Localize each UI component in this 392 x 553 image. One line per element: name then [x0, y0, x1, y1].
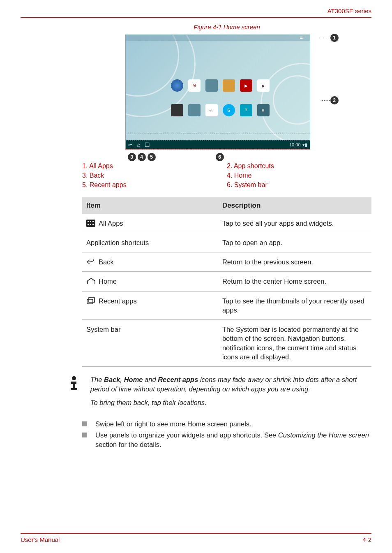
app-shortcut: eb	[205, 104, 218, 116]
legend-item: 4. Home	[227, 171, 371, 180]
clock: 10:00	[289, 142, 301, 147]
svg-rect-12	[71, 388, 77, 390]
svg-rect-1	[88, 221, 89, 222]
table-row: Back Return to the previous screen.	[82, 252, 371, 272]
home-icon	[86, 278, 95, 285]
app-shortcut: ?	[240, 104, 252, 116]
svg-point-9	[72, 376, 76, 380]
callout-6: 6	[216, 153, 224, 161]
recent-icon: ☐	[145, 141, 150, 148]
list-item: Swipe left or right to see more Home scr…	[82, 419, 371, 429]
callout-dash	[126, 134, 310, 134]
svg-rect-2	[90, 221, 91, 222]
app-shortcut: ▶	[240, 79, 252, 92]
footer-page: 4-2	[362, 536, 371, 543]
page-header: AT300SE series	[0, 0, 392, 17]
item-desc: Tap to see the thumbnails of your recent…	[218, 291, 371, 320]
callout-4: 4	[138, 153, 146, 161]
legend-item: 2. App shortcuts	[227, 161, 371, 171]
legend-item: 6. System bar	[227, 180, 371, 190]
table-row: System bar The System bar is located per…	[82, 320, 371, 367]
note-bold: Home	[124, 376, 143, 383]
items-table: Item Description All Apps Tap to see all…	[82, 197, 371, 367]
svg-rect-5	[90, 224, 91, 225]
item-desc: Return to the previous screen.	[218, 252, 371, 272]
item-label: System bar	[82, 320, 218, 367]
info-icon	[66, 375, 84, 393]
note-paragraph: The Back, Home and Recent apps icons may…	[90, 375, 371, 394]
item-label: All Apps	[99, 219, 123, 228]
note-paragraph: To bring them back, tap their locations.	[90, 394, 371, 407]
svg-rect-4	[88, 224, 89, 225]
app-shortcut: ≡	[257, 104, 270, 116]
callout-line	[322, 38, 330, 38]
bullet-list: Swipe left or right to see more Home scr…	[82, 408, 371, 449]
svg-rect-8	[89, 298, 95, 302]
page-content: Figure 4-1 Home screen M ▶ ▶ eb S ?	[0, 18, 392, 449]
callout-line	[322, 100, 330, 101]
page-footer: User's Manual 4-2	[21, 533, 371, 543]
home-screen-figure: M ▶ ▶ eb S ? ≡ ⤺ ⌂ ☐	[125, 35, 329, 150]
legend-col: 2. App shortcuts 4. Home 6. System bar	[227, 161, 371, 190]
figure-legend: 1. All Apps 3. Back 5. Recent apps 2. Ap…	[82, 154, 371, 196]
table-row: All Apps Tap to see all your apps and wi…	[82, 214, 371, 233]
note-text: and	[143, 376, 158, 383]
item-label: Recent apps	[99, 296, 137, 305]
note-bold: Back	[104, 376, 120, 383]
app-shortcut	[171, 79, 183, 92]
bullet-icon	[82, 421, 87, 426]
callout-2: 2	[330, 96, 339, 104]
table-header-row: Item Description	[82, 197, 371, 214]
app-shortcut-row: M ▶ ▶	[171, 79, 270, 92]
footer-rule	[21, 533, 371, 534]
bullet-span: Use panels to organize your widgets and …	[95, 431, 278, 439]
app-shortcut: ▶	[257, 79, 270, 92]
callout-row: 6	[216, 153, 224, 161]
callout-1: 1	[330, 34, 339, 42]
all-apps-icon	[86, 220, 95, 227]
status-area: 10:00 ▾▮	[289, 142, 307, 148]
item-label: Back	[99, 257, 114, 266]
item-desc: Return to the center Home screen.	[218, 272, 371, 291]
app-shortcut-row: eb S ? ≡	[171, 104, 270, 116]
app-shortcut	[171, 104, 183, 116]
home-icon: ⌂	[137, 141, 141, 148]
note-bold: Recent apps	[158, 376, 198, 383]
note-block: The Back, Home and Recent apps icons may…	[82, 367, 371, 407]
item-label: Home	[99, 277, 117, 286]
table-row: Application shortcuts Tap to open an app…	[82, 233, 371, 252]
footer-left: User's Manual	[21, 536, 60, 543]
svg-rect-6	[92, 224, 94, 225]
svg-rect-3	[92, 221, 94, 222]
app-shortcut: M	[188, 79, 201, 92]
col-item: Item	[82, 197, 218, 214]
svg-rect-0	[86, 220, 95, 227]
app-shortcut: S	[223, 104, 235, 116]
all-apps-icon	[300, 37, 307, 41]
back-icon: ⤺	[128, 141, 133, 148]
item-label: Application shortcuts	[82, 233, 218, 252]
figure-caption: Figure 4-1 Home screen	[82, 18, 371, 35]
col-description: Description	[218, 197, 371, 214]
callout-5: 5	[148, 153, 156, 161]
home-screen-image: M ▶ ▶ eb S ? ≡ ⤺ ⌂ ☐	[125, 35, 310, 150]
legend-item: 5. Recent apps	[82, 180, 227, 190]
bullet-icon	[82, 433, 87, 437]
back-icon	[86, 258, 95, 266]
app-shortcut	[188, 104, 201, 116]
bullet-span: section for the details.	[95, 441, 161, 448]
callout-row: 3 4 5	[128, 153, 156, 161]
home-top-bar	[126, 35, 310, 41]
table-row: Home Return to the center Home screen.	[82, 272, 371, 291]
list-item: Use panels to organize your widgets and …	[82, 430, 371, 449]
system-bar: ⤺ ⌂ ☐ 10:00 ▾▮	[126, 140, 310, 149]
note-text: The	[90, 376, 104, 383]
item-desc: Tap to see all your apps and widgets.	[218, 214, 371, 233]
app-shortcut	[205, 79, 218, 92]
bullet-text: Swipe left or right to see more Home scr…	[95, 419, 251, 429]
legend-col: 1. All Apps 3. Back 5. Recent apps	[82, 161, 227, 190]
link-customizing-home[interactable]: Customizing the Home screen	[278, 431, 369, 439]
legend-item: 1. All Apps	[82, 161, 227, 171]
item-desc: The System bar is located permanently at…	[218, 320, 371, 367]
legend-item: 3. Back	[82, 171, 227, 180]
